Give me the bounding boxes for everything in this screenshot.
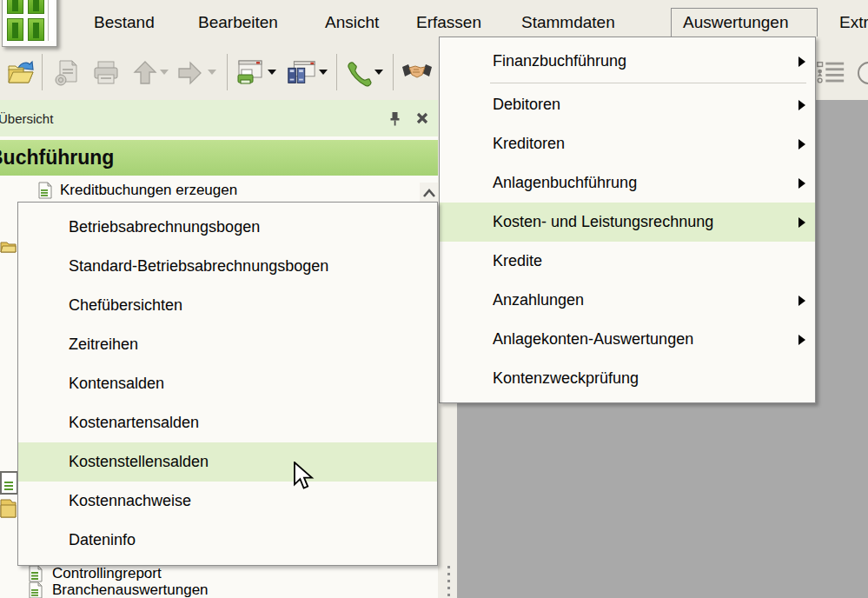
kosten-submenu: Betriebsabrechnungsbogen Standard-Betrie… [17,202,438,566]
toolbar-separator [393,54,394,90]
submenu-item-betriebsabrechnungsbogen[interactable]: Betriebsabrechnungsbogen [18,208,437,247]
mouse-cursor-icon [293,462,315,491]
pin-icon[interactable] [386,109,403,128]
scrollbar-up-button[interactable] [420,183,438,203]
submenu-item-kostennachweise[interactable]: Kostennachweise [18,482,437,521]
submenu-item-kostenstellensalden[interactable]: Kostenstellensalden [18,442,437,482]
menu-stammdaten[interactable]: Stammdaten [521,13,615,32]
submenu-arrow-icon [798,296,805,306]
tree-item-kreditbuchungen[interactable]: Kreditbuchungen erzeugen [0,177,438,203]
menu-ansicht[interactable]: Ansicht [325,13,379,32]
menu-item-debitoren[interactable]: Debitoren [440,85,815,124]
clock-icon[interactable] [853,56,868,90]
folder-icon [0,239,17,254]
submenu-item-dateninfo[interactable]: Dateninfo [18,521,437,560]
submenu-item-kostenartensalden[interactable]: Kostenartensalden [18,403,437,442]
sidebar-header: Übersicht [0,100,438,136]
splitter-grip-dots [447,566,450,598]
toolbar-separator [336,54,337,90]
menu-extras[interactable]: Extras [839,13,868,32]
selected-document-icon [0,471,18,495]
navigate-forward-dropdown-caret [208,70,216,75]
document-icon [38,182,52,199]
navigate-up-dropdown-caret [160,70,169,75]
print-view-window-icon[interactable] [234,56,265,90]
menu-item-kredite[interactable]: Kredite [440,242,815,281]
menu-bestand[interactable]: Bestand [94,13,155,32]
folder-icon [0,498,17,519]
submenu-arrow-icon [798,217,805,228]
bookshelf-window-icon[interactable] [285,56,316,90]
menu-item-anzahlungen[interactable]: Anzahlungen [440,281,815,320]
sidebar-section-header: Buchführung [0,140,438,176]
submenu-arrow-icon [798,139,805,150]
tree-item-label: Kreditbuchungen erzeugen [60,182,237,199]
auswertungen-dropdown-menu: Finanzbuchführung Debitoren Kreditoren A… [439,37,816,403]
sidebar-section-title: Buchführung [0,146,114,169]
submenu-item-standard-betriebsabrechnungsbogen[interactable]: Standard-Betriebsabrechnungsbogen [18,247,437,286]
submenu-arrow-icon [798,335,805,345]
submenu-item-zeitreihen[interactable]: Zeitreihen [18,325,437,364]
document-icon [29,581,43,598]
submenu-item-chefuebersichten[interactable]: Chefübersichten [18,286,437,325]
report-document-icon[interactable] [51,56,83,90]
submenu-arrow-icon [798,100,805,110]
handshake-icon[interactable] [401,56,433,90]
print-view-dropdown-caret[interactable] [268,70,276,75]
submenu-item-kontensalden[interactable]: Kontensalden [18,364,437,403]
submenu-arrow-icon [798,178,805,189]
menu-bearbeiten[interactable]: Bearbeiten [198,13,278,32]
menu-auswertungen[interactable]: Auswertungen [683,13,788,32]
menu-item-kosten-und-leistungsrechnung[interactable]: Kosten- und Leistungsrechnung [440,203,815,242]
bookshelf-dropdown-caret[interactable] [319,70,328,75]
printer-icon[interactable] [90,56,122,90]
open-folder-icon[interactable] [5,56,36,90]
toolbar-separator [227,54,228,90]
tree-item-label: Branchenauswertungen [52,581,209,598]
menu-erfassen[interactable]: Erfassen [416,13,481,32]
menu-item-anlagekonten-auswertungen[interactable]: Anlagekonten-Auswertungen [440,320,815,359]
sidebar-title: Übersicht [0,111,53,126]
submenu-arrow-icon [798,56,805,67]
phone-dropdown-caret[interactable] [374,70,383,75]
menu-item-kreditoren[interactable]: Kreditoren [440,124,815,163]
menu-item-kontenzweckpruefung[interactable]: Kontenzweckprüfung [440,359,815,398]
app-logo-grid [7,0,44,41]
menu-item-finanzbuchfuehrung[interactable]: Finanzbuchführung [440,42,815,81]
close-icon[interactable] [414,109,431,128]
contact-list-icon[interactable] [815,56,846,90]
navigate-up-icon [129,56,161,90]
phone-icon[interactable] [342,56,374,90]
menu-item-anlagenbuchfuehrung[interactable]: Anlagenbuchführung [440,163,815,203]
toolbar-separator [42,54,43,90]
menu-separator [490,83,806,83]
app-logo [2,0,57,47]
navigate-forward-icon [174,56,205,90]
application-window: Bestand Bearbeiten Ansicht Erfassen Stam… [0,0,868,598]
tree-item-branchenauswertungen[interactable]: Branchenauswertungen [0,577,209,598]
